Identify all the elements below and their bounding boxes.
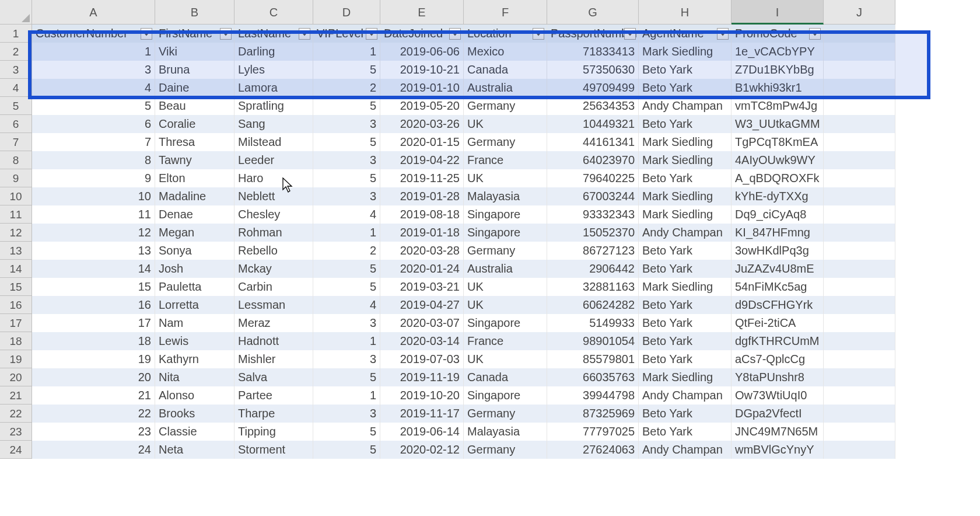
cell[interactable]: Ow73WtiUqI0 xyxy=(732,386,824,405)
header-cell-I[interactable]: PromoCode xyxy=(732,25,824,43)
filter-dropdown-icon[interactable] xyxy=(449,28,461,40)
cell[interactable]: 2019-05-20 xyxy=(380,97,464,115)
cell[interactable]: 54nFiMKc5ag xyxy=(732,278,824,296)
cell[interactable]: 5 xyxy=(313,61,380,79)
cell[interactable]: 4AIyOUwk9WY xyxy=(732,151,824,169)
cell[interactable] xyxy=(824,133,895,151)
cell[interactable]: 32881163 xyxy=(547,278,639,296)
cell[interactable] xyxy=(824,242,895,260)
cell[interactable]: 4 xyxy=(313,205,380,224)
cell[interactable]: 5 xyxy=(313,441,380,459)
cell[interactable]: 10449321 xyxy=(547,115,639,133)
cell[interactable] xyxy=(824,151,895,169)
cell[interactable]: 2019-11-17 xyxy=(380,405,464,423)
row-header-14[interactable]: 14 xyxy=(0,260,32,278)
column-header-J[interactable]: J xyxy=(824,0,895,25)
cell[interactable]: W3_UUtkaGMM xyxy=(732,115,824,133)
cell[interactable]: 93332343 xyxy=(547,205,639,224)
cell[interactable]: 2020-03-07 xyxy=(380,314,464,332)
cell[interactable]: 2 xyxy=(313,242,380,260)
header-cell-G[interactable]: PassportNumber xyxy=(547,25,639,43)
cell[interactable]: Mark Siedling xyxy=(639,187,732,205)
cell[interactable]: 19 xyxy=(32,350,155,368)
cell[interactable]: 67003244 xyxy=(547,187,639,205)
filter-dropdown-icon[interactable] xyxy=(366,28,377,40)
cell[interactable]: Madaline xyxy=(155,187,235,205)
row-header-24[interactable]: 24 xyxy=(0,441,32,459)
cell[interactable]: Hadnott xyxy=(235,332,313,350)
cell[interactable]: 98901054 xyxy=(547,332,639,350)
cell[interactable]: Singapore xyxy=(464,205,547,224)
cell[interactable]: Z7Du1BKYbBg xyxy=(732,61,824,79)
cell[interactable]: Andy Champan xyxy=(639,97,732,115)
cell[interactable]: Neblett xyxy=(235,187,313,205)
cell[interactable]: Beto Yark xyxy=(639,260,732,278)
filter-dropdown-icon[interactable] xyxy=(141,28,152,40)
cell[interactable]: Germany xyxy=(464,441,547,459)
header-cell-A[interactable]: CustomerNumber xyxy=(32,25,155,43)
cell[interactable]: Mckay xyxy=(235,260,313,278)
cell[interactable]: Singapore xyxy=(464,224,547,242)
cell[interactable]: 1 xyxy=(313,386,380,405)
cell[interactable]: 3 xyxy=(313,350,380,368)
row-header-17[interactable]: 17 xyxy=(0,314,32,332)
column-header-B[interactable]: B xyxy=(155,0,235,25)
cell[interactable]: 17 xyxy=(32,314,155,332)
cell[interactable]: 9 xyxy=(32,169,155,187)
cell[interactable]: 2019-11-19 xyxy=(380,368,464,386)
cell[interactable]: 3 xyxy=(32,61,155,79)
row-header-16[interactable]: 16 xyxy=(0,296,32,314)
cell[interactable]: 5 xyxy=(313,260,380,278)
row-header-15[interactable]: 15 xyxy=(0,278,32,296)
cell[interactable]: UK xyxy=(464,169,547,187)
cell[interactable]: 2019-04-27 xyxy=(380,296,464,314)
cell[interactable]: 21 xyxy=(32,386,155,405)
row-header-9[interactable]: 9 xyxy=(0,169,32,187)
cell[interactable]: 2019-10-20 xyxy=(380,386,464,405)
cell[interactable]: 39944798 xyxy=(547,386,639,405)
cell[interactable]: 57350630 xyxy=(547,61,639,79)
cell[interactable]: 25634353 xyxy=(547,97,639,115)
cell[interactable]: Andy Champan xyxy=(639,386,732,405)
cell[interactable]: Germany xyxy=(464,242,547,260)
cell[interactable]: Salva xyxy=(235,368,313,386)
cell[interactable] xyxy=(824,61,895,79)
cell[interactable]: France xyxy=(464,332,547,350)
cell[interactable]: 2019-06-06 xyxy=(380,43,464,61)
column-header-D[interactable]: D xyxy=(313,0,380,25)
row-header-5[interactable]: 5 xyxy=(0,97,32,115)
cell[interactable]: Thresa xyxy=(155,133,235,151)
cell[interactable]: Denae xyxy=(155,205,235,224)
cell[interactable]: 3 xyxy=(313,187,380,205)
row-header-13[interactable]: 13 xyxy=(0,242,32,260)
cell[interactable]: Leeder xyxy=(235,151,313,169)
cell[interactable]: 7 xyxy=(32,133,155,151)
cell[interactable]: 2 xyxy=(313,79,380,97)
cell[interactable]: 2020-02-12 xyxy=(380,441,464,459)
cell[interactable]: Australia xyxy=(464,79,547,97)
cell[interactable]: Beto Yark xyxy=(639,296,732,314)
cell[interactable]: Nam xyxy=(155,314,235,332)
cell[interactable]: 60624282 xyxy=(547,296,639,314)
cell[interactable]: 3owHKdlPq3g xyxy=(732,242,824,260)
cell[interactable]: Alonso xyxy=(155,386,235,405)
cell[interactable]: B1wkhi93kr1 xyxy=(732,79,824,97)
cell[interactable]: Daine xyxy=(155,79,235,97)
cell[interactable]: 2020-01-24 xyxy=(380,260,464,278)
cell[interactable]: 1 xyxy=(32,43,155,61)
cell[interactable]: 3 xyxy=(313,151,380,169)
cell[interactable]: Mark Siedling xyxy=(639,133,732,151)
cell[interactable]: Sonya xyxy=(155,242,235,260)
filter-dropdown-icon[interactable] xyxy=(299,28,310,40)
cell[interactable]: Beto Yark xyxy=(639,423,732,441)
cell[interactable]: 27624063 xyxy=(547,441,639,459)
cell[interactable]: 20 xyxy=(32,368,155,386)
cell[interactable]: kYhE-dyTXXg xyxy=(732,187,824,205)
cell[interactable]: 49709499 xyxy=(547,79,639,97)
cell[interactable]: Brooks xyxy=(155,405,235,423)
cell[interactable] xyxy=(824,187,895,205)
cell[interactable]: Malayasia xyxy=(464,423,547,441)
row-header-4[interactable]: 4 xyxy=(0,79,32,97)
cell[interactable]: France xyxy=(464,151,547,169)
header-cell-E[interactable]: DateJoined xyxy=(380,25,464,43)
